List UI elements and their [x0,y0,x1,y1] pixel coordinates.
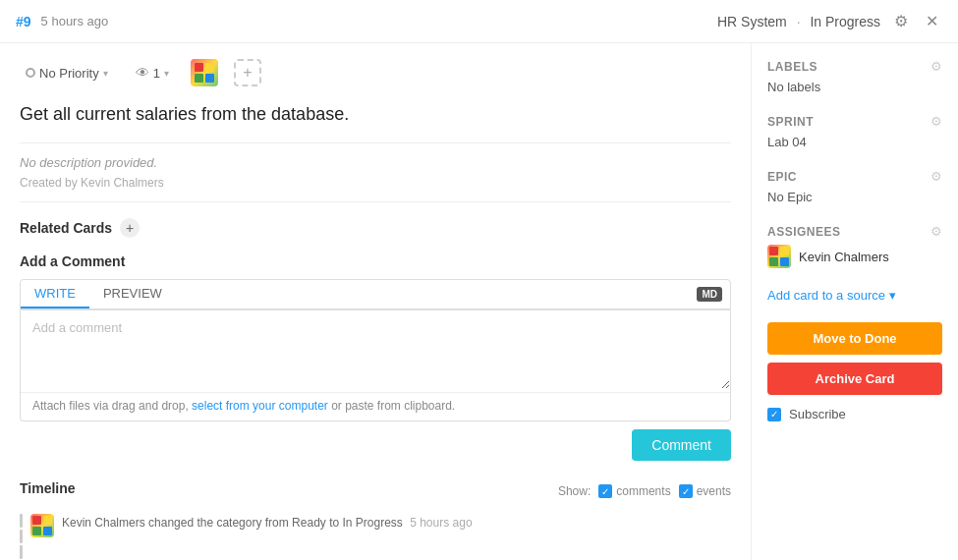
timeline-section: Timeline Show: ✓ comments ✓ events [20,480,731,560]
timeline-avatar [30,514,54,537]
avatar-grid [192,60,217,85]
priority-dot-icon [26,68,35,78]
modal-body: No Priority ▾ 👁 1 ▾ + Get all current sa… [0,43,958,560]
sidebar-assignees-section: Assignees ⚙ Kevin Chalmers [767,224,942,268]
divider-2 [20,201,731,202]
filter-comments[interactable]: ✓ comments [598,484,670,498]
status-badge: In Progress [810,14,880,29]
submit-comment-button[interactable]: Comment [632,429,731,461]
add-assignee-button[interactable]: + [234,59,261,86]
tab-write[interactable]: WRITE [21,280,89,308]
assignees-title: Assignees [767,225,841,239]
events-filter-label: events [697,484,731,498]
comment-footer: Comment [20,421,731,461]
related-cards-header: Related Cards + [20,218,731,238]
assignees-gear-icon[interactable]: ⚙ [930,224,942,239]
header-left: #9 5 hours ago [16,14,717,29]
epic-value: No Epic [767,190,942,204]
timeline-entry-time: 5 hours ago [410,516,472,530]
labels-title: Labels [767,60,817,74]
card-description: No description provided. [20,155,731,170]
meta-bar: No Priority ▾ 👁 1 ▾ + [20,59,731,86]
timeline-filters: Show: ✓ comments ✓ events [558,484,731,498]
assignee-avatar [767,245,791,268]
show-label: Show: [558,484,591,498]
card-title: Get all current salaries from the databa… [20,102,731,127]
add-source-chevron-icon: ▾ [889,288,896,303]
markdown-icon: MD [689,283,730,306]
subscribe-label[interactable]: Subscribe [789,407,846,421]
modal-header: #9 5 hours ago HR System · In Progress ⚙… [0,0,958,43]
watcher-chevron-icon: ▾ [164,68,169,79]
watcher-number: 1 [153,66,160,81]
eye-icon: 👁 [136,65,149,81]
subscribe-checkbox[interactable]: ✓ [767,408,781,421]
timeline-entry-text: Kevin Chalmers changed the category from… [62,514,473,532]
sprint-value: Lab 04 [767,135,942,149]
sidebar-assignees-label: Assignees ⚙ [767,224,942,239]
archive-card-button[interactable]: Archive Card [767,363,942,395]
comment-tabs-wrapper: WRITE PREVIEW MD [20,279,731,310]
priority-chevron-icon: ▾ [103,68,108,79]
sidebar-labels-section: Labels ⚙ No labels [767,59,942,94]
add-comment-title: Add a Comment [20,253,731,269]
settings-icon[interactable]: ⚙ [890,10,912,32]
events-checkbox[interactable]: ✓ [679,484,693,498]
subscribe-row: ✓ Subscribe [767,407,942,421]
md-badge: MD [697,287,722,302]
comment-input[interactable] [21,310,730,389]
breadcrumb: HR System · In Progress [717,14,880,29]
epic-title: Epic [767,170,797,184]
sidebar-sprint-label: Sprint ⚙ [767,114,942,129]
sprint-title: Sprint [767,115,814,129]
sidebar-labels-label: Labels ⚙ [767,59,942,74]
sidebar-sprint-section: Sprint ⚙ Lab 04 [767,114,942,149]
move-to-done-button[interactable]: Move to Done [767,322,942,355]
header-right: HR System · In Progress ⚙ ✕ [717,10,942,32]
timeline-title: Timeline [20,480,76,496]
priority-label: No Priority [39,66,99,81]
divider-1 [20,142,731,143]
add-source-section: Add card to a source ▾ [767,288,942,303]
priority-selector[interactable]: No Priority ▾ [20,63,114,84]
comments-filter-label: comments [616,484,670,498]
select-from-computer-link[interactable]: select from your computer [192,399,328,413]
comment-box: Attach files via drag and drop, select f… [20,310,731,421]
comments-checkbox[interactable]: ✓ [598,484,612,498]
add-related-card-button[interactable]: + [120,218,140,238]
timeline-entry-description: Kevin Chalmers changed the category from… [62,516,403,530]
sidebar-epic-section: Epic ⚙ No Epic [767,169,942,204]
comment-tabs: WRITE PREVIEW MD [21,280,730,309]
timeline-header-row: Timeline Show: ✓ comments ✓ events [20,480,731,502]
attach-prefix: Attach files via drag and drop, [32,399,192,413]
watcher-selector[interactable]: 👁 1 ▾ [130,62,175,84]
sprint-gear-icon[interactable]: ⚙ [930,114,942,129]
related-cards-title: Related Cards [20,220,112,236]
sidebar: Labels ⚙ No labels Sprint ⚙ Lab 04 Epic … [752,43,958,560]
breadcrumb-separator: · [797,14,801,29]
filter-events[interactable]: ✓ events [679,484,731,498]
attach-suffix: or paste from clipboard. [328,399,455,413]
assignee-name: Kevin Chalmers [799,250,889,264]
add-source-link[interactable]: Add card to a source ▾ [767,288,942,303]
labels-gear-icon[interactable]: ⚙ [930,59,942,74]
created-by: Created by Kevin Chalmers [20,176,731,190]
attach-files-text: Attach files via drag and drop, select f… [21,392,730,420]
tab-preview[interactable]: PREVIEW [89,280,176,308]
main-content: No Priority ▾ 👁 1 ▾ + Get all current sa… [0,43,752,560]
timeline-avatar-grid [29,513,55,538]
close-icon[interactable]: ✕ [922,10,942,32]
assignee-row: Kevin Chalmers [767,245,942,268]
avatar[interactable] [191,59,218,86]
breadcrumb-system: HR System [717,14,787,29]
epic-gear-icon[interactable]: ⚙ [930,169,942,184]
timeline-bar-icon [20,514,23,559]
assignee-avatar-grid [766,244,792,269]
timeline-entry: Kevin Chalmers changed the category from… [20,514,731,559]
labels-value: No labels [767,80,942,94]
add-source-label: Add card to a source [767,288,885,303]
time-ago: 5 hours ago [41,14,109,28]
card-number: #9 [16,14,31,29]
sidebar-epic-label: Epic ⚙ [767,169,942,184]
